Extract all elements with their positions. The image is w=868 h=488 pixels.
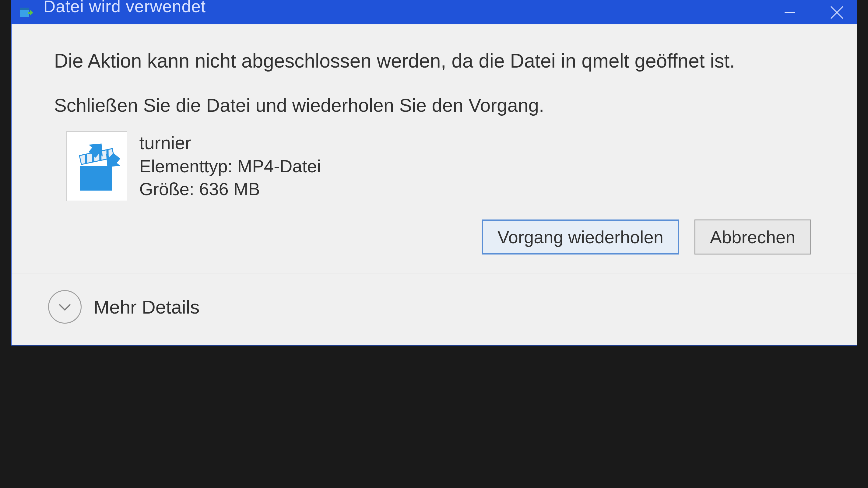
file-name: turnier [140, 132, 321, 153]
instruction-message: Schließen Sie die Datei und wiederholen … [54, 94, 814, 116]
svg-rect-5 [80, 166, 112, 190]
window-controls [781, 1, 850, 24]
retry-button[interactable]: Vorgang wiederholen [482, 219, 679, 254]
expand-details-button[interactable] [48, 290, 82, 324]
button-row: Vorgang wiederholen Abbrechen [54, 219, 814, 254]
minimize-button[interactable] [781, 3, 799, 22]
dialog-content: Die Aktion kann nicht abgeschlossen werd… [11, 24, 857, 273]
svg-rect-1 [20, 8, 29, 10]
video-file-icon [66, 131, 127, 201]
file-size: Größe: 636 MB [140, 179, 321, 199]
main-message: Die Aktion kann nicht abgeschlossen werd… [54, 49, 814, 73]
chevron-down-icon [56, 298, 73, 315]
titlebar: Datei wird verwendet [11, 1, 857, 24]
file-info-block: turnier Elementtyp: MP4-Datei Größe: 636… [54, 131, 814, 201]
close-button[interactable] [823, 1, 850, 24]
file-type: Elementtyp: MP4-Datei [140, 156, 321, 176]
file-details: turnier Elementtyp: MP4-Datei Größe: 636… [140, 131, 321, 199]
dialog-title: Datei wird verwendet [43, 0, 781, 16]
more-details-label: Mehr Details [94, 296, 200, 318]
dialog-footer: Mehr Details [11, 273, 857, 345]
cancel-button[interactable]: Abbrechen [694, 219, 811, 254]
file-in-use-dialog: Datei wird verwendet Die Aktion kann nic… [11, 0, 857, 345]
svg-rect-0 [20, 9, 29, 17]
dialog-icon [18, 4, 34, 21]
